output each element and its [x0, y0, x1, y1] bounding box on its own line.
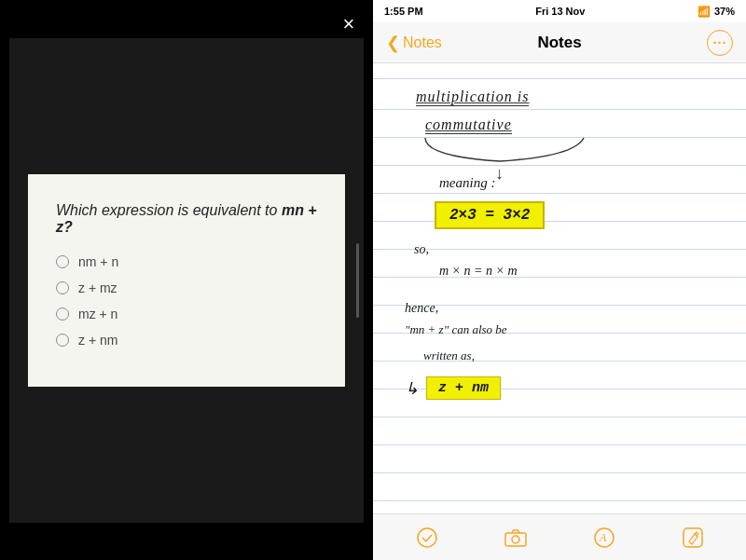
svg-rect-5 [684, 528, 702, 547]
more-button[interactable]: ··· [707, 30, 733, 56]
checkmark-button[interactable] [410, 521, 444, 554]
status-bar: 1:55 PM Fri 13 Nov 📶 37% [373, 0, 746, 22]
notes-content: multiplication is commutative ↓ meaning … [373, 63, 746, 513]
notes-panel: 1:55 PM Fri 13 Nov 📶 37% ❮ Notes Notes ·… [373, 0, 746, 560]
back-label: Notes [403, 34, 442, 51]
option-circle-3 [56, 307, 69, 321]
so-label: so, [414, 242, 429, 257]
arrow-down-indicator: ↓ [495, 164, 504, 184]
svg-point-0 [418, 528, 436, 547]
option-4: z + nm [56, 333, 326, 348]
lined-paper: multiplication is commutative ↓ meaning … [373, 63, 746, 513]
svg-text:A: A [599, 531, 607, 544]
final-equation-box: z + nm [426, 376, 501, 400]
handwriting-area: multiplication is commutative ↓ meaning … [388, 73, 731, 504]
edit-button[interactable] [676, 521, 710, 554]
svg-point-2 [512, 536, 519, 543]
written-line: written as, [423, 348, 475, 363]
status-day: Fri 13 Nov [535, 6, 585, 17]
equation-box-1: 2×3 = 3×2 [435, 201, 545, 229]
camera-icon [504, 528, 527, 547]
close-button[interactable]: × [336, 11, 362, 37]
curly-brace-svg [411, 133, 598, 171]
meaning-line: meaning : [439, 175, 495, 191]
hence-label: hence, [405, 301, 438, 316]
checkmark-icon [417, 527, 437, 548]
title-line-2: commutative [425, 117, 512, 133]
option-3: mz + n [56, 307, 326, 321]
option-2: z + mz [56, 280, 326, 295]
scroll-indicator [356, 243, 359, 318]
chevron-left-icon: ❮ [386, 33, 400, 53]
more-icon: ··· [713, 35, 727, 50]
option-1: nm + n [56, 254, 326, 269]
question-text: Which expression is equivalent to mn + z… [56, 202, 326, 236]
notes-toolbar: A [373, 513, 746, 560]
quote-line: "mn + z" can also be [405, 322, 507, 337]
battery-text: 37% [714, 6, 735, 17]
compose-icon: A [594, 527, 615, 548]
back-button[interactable]: ❮ Notes [386, 33, 442, 53]
svg-rect-1 [505, 533, 526, 546]
option-circle-2 [56, 281, 69, 294]
notes-header: ❮ Notes Notes ··· [373, 22, 746, 63]
camera-button[interactable] [499, 521, 532, 554]
photo-content: Which expression is equivalent to mn + z… [9, 38, 364, 523]
final-equation-row: ↳ z + nm [405, 376, 501, 400]
page-title: Notes [537, 34, 581, 52]
pencil-icon [683, 527, 703, 548]
status-time: 1:55 PM [384, 6, 423, 17]
wifi-icon: 📶 [698, 6, 711, 18]
status-right: 📶 37% [698, 6, 735, 18]
compose-button[interactable]: A [587, 521, 621, 554]
corner-arrow-icon: ↳ [405, 378, 419, 399]
option-circle-1 [56, 255, 69, 268]
equation-line-2: m × n = n × m [439, 264, 518, 279]
option-circle-4 [56, 334, 69, 347]
question-paper: Which expression is equivalent to mn + z… [28, 174, 345, 387]
left-photo-panel: Which expression is equivalent to mn + z… [0, 0, 373, 560]
title-line-1: multiplication is [416, 89, 529, 105]
